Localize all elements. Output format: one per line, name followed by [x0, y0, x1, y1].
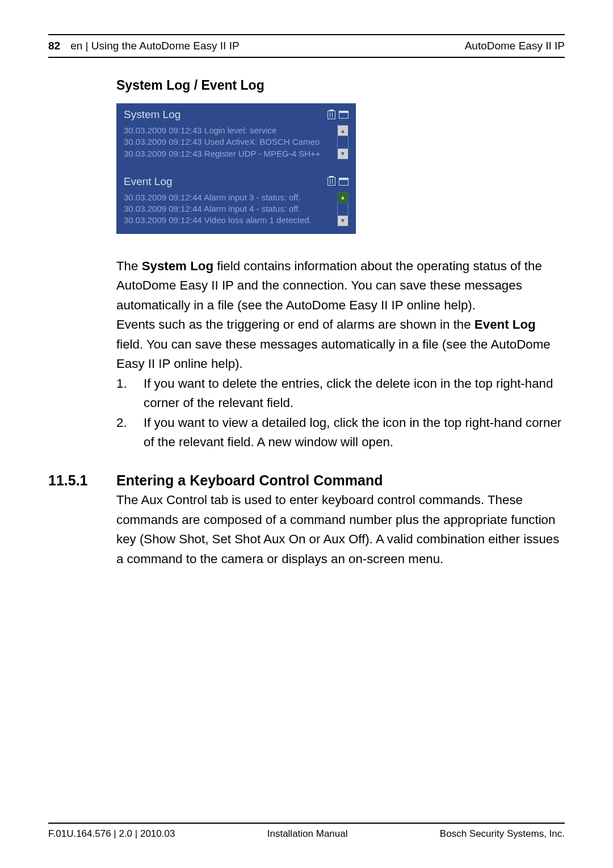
product-name: AutoDome Easy II IP [465, 40, 565, 52]
page-header: 82 en | Using the AutoDome Easy II IP Au… [48, 40, 565, 58]
list-number: 1. [116, 374, 144, 413]
list-item: 2. If you want to view a detailed log, c… [116, 413, 565, 452]
p1-pre: The [116, 259, 142, 273]
trash-icon[interactable] [328, 111, 335, 119]
p2-bold: Event Log [475, 317, 536, 332]
section-title: System Log / Event Log [116, 78, 565, 93]
ordered-list: 1. If you want to delete the entries, cl… [116, 374, 565, 452]
event-log-body: 30.03.2009 09:12:44 Alarm input 3 - stat… [118, 190, 354, 232]
header-top-rule [48, 34, 565, 35]
event-log-panel: Event Log 30.03.2009 09:12:44 Alarm inpu… [118, 172, 354, 232]
subsection: 11.5.1 Entering a Keyboard Control Comma… [48, 472, 565, 569]
scroll-up-icon[interactable]: ▲ [337, 125, 349, 136]
subsection-title: Entering a Keyboard Control Command [116, 472, 565, 489]
footer-right: Bosch Security Systems, Inc. [440, 828, 565, 840]
system-log-title: System Log [124, 108, 180, 121]
footer-center: Installation Manual [267, 828, 348, 840]
breadcrumb: en | Using the AutoDome Easy II IP [70, 40, 239, 52]
scroll-up-icon[interactable]: ▲ [337, 192, 349, 203]
log-divider [118, 165, 354, 172]
body-text-block: The System Log field contains informatio… [116, 257, 565, 374]
paragraph-1: The System Log field contains informatio… [116, 257, 565, 316]
detail-window-icon[interactable] [339, 111, 349, 119]
p2-pre: Events such as the triggering or end of … [116, 317, 475, 332]
list-text: If you want to delete the entries, click… [144, 374, 565, 413]
event-log-title: Event Log [124, 175, 173, 188]
system-log-header: System Log [118, 105, 354, 123]
p1-bold: System Log [142, 259, 213, 273]
subsection-text: The Aux Control tab is used to enter key… [116, 490, 565, 569]
event-log-text: 30.03.2009 09:12:44 Alarm input 3 - stat… [124, 192, 334, 227]
detail-window-icon[interactable] [339, 178, 349, 186]
list-number: 2. [116, 413, 144, 452]
system-log-scrollbar[interactable]: ▲ ▼ [337, 125, 349, 160]
p2-post: field. You can save these messages autom… [116, 337, 551, 371]
system-log-panel: System Log 30.03.2009 09:12:43 Login lev… [118, 105, 354, 165]
footer-rule [48, 823, 565, 824]
list-item: 1. If you want to delete the entries, cl… [116, 374, 565, 413]
system-log-text: 30.03.2009 09:12:43 Login level: service… [124, 125, 334, 160]
trash-icon[interactable] [328, 177, 335, 186]
log-widget-container: System Log 30.03.2009 09:12:43 Login lev… [116, 103, 356, 234]
event-log-scrollbar[interactable]: ▲ ▼ [337, 192, 349, 227]
list-text: If you want to view a detailed log, clic… [144, 413, 565, 452]
footer-left: F.01U.164.576 | 2.0 | 2010.03 [48, 828, 175, 840]
scroll-down-icon[interactable]: ▼ [337, 148, 349, 160]
scroll-track[interactable] [337, 203, 349, 215]
event-log-header: Event Log [118, 172, 354, 190]
scroll-track[interactable] [337, 136, 349, 148]
scroll-down-icon[interactable]: ▼ [337, 215, 349, 227]
page-footer: F.01U.164.576 | 2.0 | 2010.03 Installati… [48, 823, 565, 840]
paragraph-2: Events such as the triggering or end of … [116, 315, 565, 374]
page-number: 82 [48, 40, 60, 52]
subsection-number: 11.5.1 [48, 472, 116, 569]
system-log-body: 30.03.2009 09:12:43 Login level: service… [118, 123, 354, 165]
